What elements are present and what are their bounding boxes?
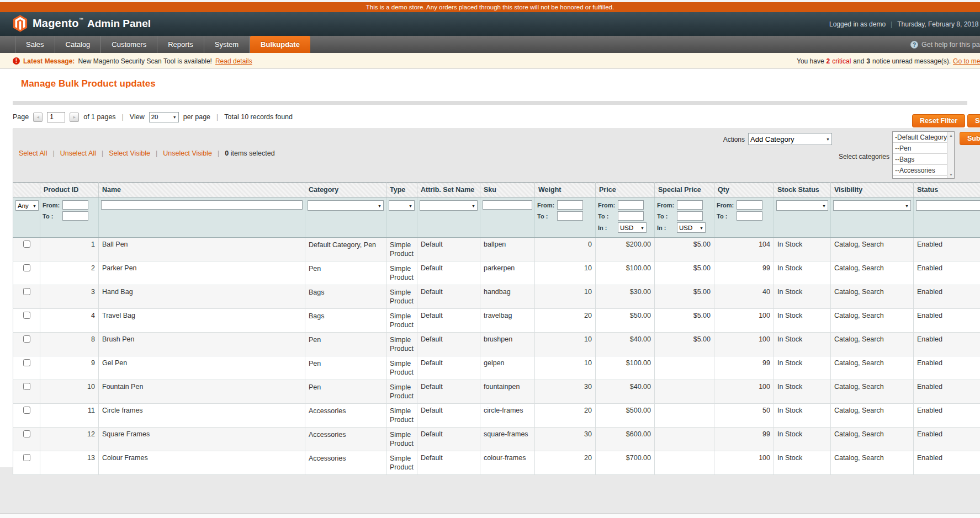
select-all-link[interactable]: Select All xyxy=(19,149,47,157)
cell-qty: 104 xyxy=(714,238,774,261)
table-row[interactable]: 12Square FramesAccessoriesSimple Product… xyxy=(13,428,980,451)
table-row[interactable]: 10Fountain PenPenSimple ProductDefaultfo… xyxy=(13,380,980,404)
column-header-sku[interactable]: Sku xyxy=(480,183,535,197)
weight-from-input[interactable] xyxy=(557,200,583,210)
cell-visibility: Catalog, Search xyxy=(831,356,914,380)
row-checkbox[interactable] xyxy=(23,430,30,437)
column-header-name[interactable]: Name xyxy=(99,183,305,197)
nav-item-bulkupdate[interactable]: Bulkupdate xyxy=(250,36,310,53)
attrib-set-filter-select[interactable] xyxy=(420,200,478,211)
table-row[interactable]: 2Parker PenPenSimple ProductDefaultparke… xyxy=(13,261,980,285)
price-currency-select[interactable]: USD xyxy=(618,222,647,233)
next-page-button[interactable] xyxy=(70,113,79,122)
row-checkbox[interactable] xyxy=(23,359,30,366)
category-option-default[interactable]: -Default Category xyxy=(893,132,947,143)
actions-select[interactable]: Add Category xyxy=(748,133,832,145)
select-visible-link[interactable]: Select Visible xyxy=(109,149,150,157)
column-header-stock-status[interactable]: Stock Status xyxy=(774,183,831,197)
stock-status-filter-select[interactable] xyxy=(776,200,828,211)
special-price-currency-select[interactable]: USD xyxy=(677,222,706,233)
column-header-category[interactable]: Category xyxy=(305,183,386,197)
listbox-scrollbar[interactable] xyxy=(947,132,954,178)
type-filter-wrap xyxy=(389,200,415,211)
column-header-product-id[interactable]: Product ID xyxy=(40,183,99,197)
category-option-bags[interactable]: --Bags xyxy=(893,154,947,165)
cell-name: Parker Pen xyxy=(99,261,305,285)
column-header-status[interactable]: Status xyxy=(914,183,980,197)
cell-special-price: $5.00 xyxy=(655,309,714,333)
cell-visibility: Catalog, Search xyxy=(831,428,914,451)
column-header-visibility[interactable]: Visibility xyxy=(831,183,914,197)
nav-item-customers[interactable]: Customers xyxy=(101,36,157,53)
product-id-to-input[interactable] xyxy=(62,211,88,221)
cell-type: Simple Product xyxy=(386,309,417,333)
row-checkbox[interactable] xyxy=(23,454,30,461)
cell-status: Enabled xyxy=(914,261,980,285)
cell-type: Simple Product xyxy=(386,333,417,356)
row-checkbox[interactable] xyxy=(23,264,30,271)
qty-from-input[interactable] xyxy=(737,200,762,210)
table-row[interactable]: 9Gel PenPenSimple ProductDefaultgelpen10… xyxy=(13,356,980,380)
go-to-messages-link[interactable]: Go to messages inbox xyxy=(953,57,980,65)
nav-item-sales[interactable]: Sales xyxy=(15,36,55,53)
per-page-select[interactable]: 20 xyxy=(149,112,179,122)
row-checkbox[interactable] xyxy=(23,241,30,248)
price-from-input[interactable] xyxy=(618,200,644,210)
in-label: In : xyxy=(657,225,677,231)
row-checkbox[interactable] xyxy=(23,383,30,390)
get-help-link[interactable]: Get help for this page xyxy=(910,36,980,53)
nav-item-system[interactable]: System xyxy=(204,36,250,53)
row-checkbox[interactable] xyxy=(23,288,30,295)
previous-page-button[interactable] xyxy=(33,113,43,122)
cell-sku: ballpen xyxy=(480,238,535,261)
row-checkbox[interactable] xyxy=(23,312,30,319)
reset-filter-button[interactable]: Reset Filter xyxy=(912,114,965,127)
table-row[interactable]: 1Ball PenDefault Category, PenSimple Pro… xyxy=(13,238,980,261)
column-header-type[interactable]: Type xyxy=(386,183,417,197)
column-header-qty[interactable]: Qty xyxy=(714,183,774,197)
row-checkbox-cell xyxy=(13,404,40,428)
cell-status: Enabled xyxy=(914,451,980,475)
nav-item-reports[interactable]: Reports xyxy=(157,36,204,53)
status-filter-select[interactable] xyxy=(916,200,980,211)
type-filter-select[interactable] xyxy=(389,200,415,211)
table-row[interactable]: 11Circle framesAccessoriesSimple Product… xyxy=(13,404,980,428)
table-row[interactable]: 13Colour FramesAccessoriesSimple Product… xyxy=(13,451,980,475)
qty-to-input[interactable] xyxy=(737,211,762,221)
table-row[interactable]: 4Travel BagBagsSimple ProductDefaulttrav… xyxy=(13,309,980,333)
sku-filter-input[interactable] xyxy=(483,200,532,210)
cell-category: Accessories xyxy=(305,428,386,451)
price-to-input[interactable] xyxy=(618,211,644,221)
name-filter-input[interactable] xyxy=(101,200,303,210)
row-checkbox[interactable] xyxy=(23,407,30,414)
mass-select-mode[interactable]: Any xyxy=(15,200,39,211)
cell-weight: 30 xyxy=(535,380,596,404)
visibility-filter-select[interactable] xyxy=(833,200,911,211)
column-header-attrib-set[interactable]: Attrib. Set Name xyxy=(417,183,480,197)
read-details-link[interactable]: Read details xyxy=(215,57,252,65)
unselect-visible-link[interactable]: Unselect Visible xyxy=(163,149,212,157)
nav-item-catalog[interactable]: Catalog xyxy=(55,36,102,53)
critical-word: critical xyxy=(832,57,851,65)
column-header-price[interactable]: Price xyxy=(596,183,655,197)
special-price-to-input[interactable] xyxy=(677,211,703,221)
column-header-special-price[interactable]: Special Price xyxy=(655,183,714,197)
category-option-pen[interactable]: --Pen xyxy=(893,143,947,154)
column-header-weight[interactable]: Weight xyxy=(535,183,596,197)
search-button[interactable]: Search xyxy=(967,114,980,127)
table-row[interactable]: 3Hand BagBagsSimple ProductDefaulthandba… xyxy=(13,285,980,309)
cell-status: Enabled xyxy=(914,238,980,261)
special-price-from-input[interactable] xyxy=(677,200,703,210)
submit-button[interactable]: Submit xyxy=(960,132,980,145)
page-number-input[interactable] xyxy=(47,112,65,122)
unselect-all-link[interactable]: Unselect All xyxy=(60,149,96,157)
category-option-accessories[interactable]: --Accessories xyxy=(893,165,947,176)
table-row[interactable]: 8Brush PenPenSimple ProductDefaultbrushp… xyxy=(13,333,980,356)
category-filter-select[interactable] xyxy=(308,200,384,211)
weight-to-input[interactable] xyxy=(557,211,583,221)
cell-special-price xyxy=(655,451,714,475)
row-checkbox[interactable] xyxy=(23,335,30,343)
product-id-from-input[interactable] xyxy=(62,200,88,210)
cell-id: 11 xyxy=(40,404,99,428)
filter-cell-category xyxy=(305,197,386,238)
